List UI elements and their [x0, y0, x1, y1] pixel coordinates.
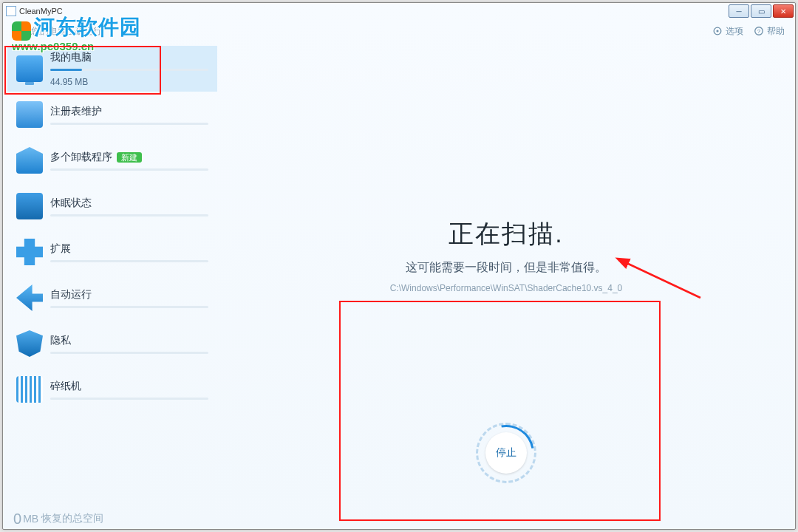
window-title: CleanMyPC	[19, 7, 727, 16]
header-strip: 保持您的电脑正确运行 选项 ? 帮助	[3, 19, 795, 43]
main-panel: 正在扫描. 这可能需要一段时间，但是非常值得。 C:\Windows\Perfo…	[217, 43, 795, 508]
puzzle-icon	[16, 239, 43, 265]
progress-ring: 停止	[476, 423, 536, 483]
sidebar-item-privacy[interactable]: 隐私	[7, 321, 217, 366]
sidebar-item-label: 注册表维护	[50, 105, 208, 118]
shredder-icon	[16, 376, 43, 403]
app-icon	[6, 6, 16, 16]
footer-label: 恢复的总空间	[41, 512, 103, 525]
sidebar-item-registry[interactable]: 注册表维护	[7, 92, 217, 137]
sidebar-item-label: 多个卸载程序新建	[50, 151, 208, 164]
svg-point-1	[716, 30, 718, 32]
new-badge: 新建	[117, 152, 142, 163]
minimize-button[interactable]: ─	[729, 4, 749, 18]
stop-button[interactable]: 停止	[485, 432, 527, 474]
box-icon	[16, 147, 43, 174]
sidebar-item-uninstaller[interactable]: 多个卸载程序新建	[7, 137, 217, 183]
help-link[interactable]: ? 帮助	[754, 25, 785, 38]
sidebar-item-label: 自动运行	[50, 288, 208, 301]
sidebar-item-label: 隐私	[50, 334, 208, 347]
sidebar-item-label: 扩展	[50, 242, 208, 256]
titlebar: CleanMyPC ─ ▭ ✕	[3, 3, 795, 19]
shield-icon	[16, 330, 43, 357]
stop-control: 停止	[476, 423, 536, 483]
options-label: 选项	[726, 25, 743, 38]
progress-bar	[50, 69, 208, 71]
scan-title: 正在扫描.	[217, 217, 795, 251]
svg-text:?: ?	[757, 28, 761, 35]
sidebar-item-autorun[interactable]: 自动运行	[7, 275, 217, 321]
sleep-icon	[16, 193, 43, 219]
sidebar-item-extensions[interactable]: 扩展	[7, 229, 217, 275]
plane-icon	[16, 284, 43, 311]
footer-value: 0	[13, 511, 21, 528]
scan-subtitle: 这可能需要一段时间，但是非常值得。	[217, 260, 795, 276]
gear-icon	[712, 26, 723, 36]
sidebar-item-label: 我的电脑	[50, 51, 208, 64]
maximize-button[interactable]: ▭	[751, 4, 771, 18]
sidebar-item-sub: 44.95 MB	[50, 77, 208, 87]
sidebar-item-label: 休眠状态	[50, 197, 208, 210]
registry-icon	[16, 101, 43, 128]
close-button[interactable]: ✕	[773, 4, 794, 18]
sidebar-item-shredder[interactable]: 碎纸机	[7, 366, 217, 412]
help-label: 帮助	[767, 25, 785, 38]
tagline: 保持您的电脑正确运行	[13, 25, 702, 38]
sidebar-item-hibernate[interactable]: 休眠状态	[7, 183, 217, 229]
scan-path: C:\Windows\Performance\WinSAT\ShaderCach…	[217, 283, 795, 293]
app-window: CleanMyPC ─ ▭ ✕ 保持您的电脑正确运行 选项 ? 帮助 我	[2, 2, 796, 530]
help-icon: ?	[754, 26, 764, 36]
sidebar: 我的电脑 44.95 MB 注册表维护 多个卸载程序新建 休眠状态 扩展	[3, 43, 217, 508]
sidebar-item-mycomputer[interactable]: 我的电脑 44.95 MB	[7, 46, 217, 92]
options-link[interactable]: 选项	[712, 25, 743, 38]
footer-unit: MB	[23, 513, 38, 525]
monitor-icon	[16, 55, 43, 82]
footer: 0 MB 恢复的总空间	[3, 508, 795, 529]
sidebar-item-label: 碎纸机	[50, 380, 208, 393]
